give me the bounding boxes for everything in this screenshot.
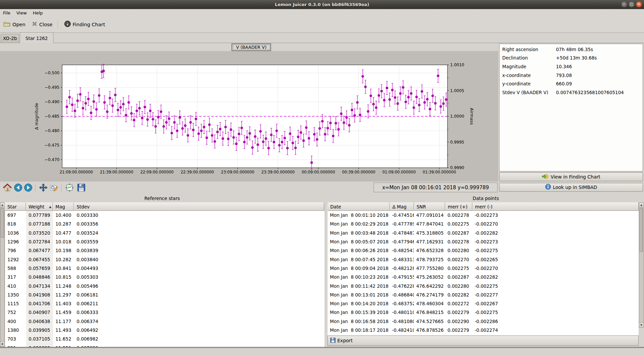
back-icon[interactable] — [13, 183, 23, 192]
table-row[interactable]: 4100.04713411.2480.005496 — [5, 281, 325, 290]
plot-canvas[interactable]: −0.500−0.495−0.490−0.485−0.480−0.475−0.4… — [0, 51, 498, 182]
table-cell: 10.815 — [53, 274, 74, 280]
table-cell: 752 — [5, 310, 26, 315]
menu-file[interactable]: File — [0, 10, 13, 16]
close-icon[interactable]: ✕ — [636, 1, 642, 7]
export-button[interactable]: Export — [328, 336, 639, 346]
table-cell: -0.002282 — [472, 230, 639, 236]
table-cell: 0.047134 — [26, 281, 53, 290]
table-row[interactable]: Mon Jan 8 00:03:48 2018-0.478487475.3188… — [328, 229, 639, 237]
zoom-rect-icon[interactable] — [49, 183, 59, 192]
scroll-up-icon[interactable]: ▲ — [639, 203, 643, 208]
filter-toggle-button[interactable]: V (BAADER V) — [232, 44, 271, 51]
scroll-up-icon[interactable]: ▲ — [0, 203, 4, 208]
ref-header-1[interactable]: Weight▲ — [26, 202, 53, 211]
close-file-button[interactable]: Close — [29, 19, 55, 30]
info-row: y-coordinate660.09 — [500, 79, 643, 88]
ref-header-0[interactable]: Star — [5, 202, 26, 211]
table-row[interactable]: 4000.04063811.1770.006374 — [5, 317, 325, 326]
table-cell: 0.002278 — [445, 239, 472, 244]
table-cell: 10.287 — [53, 221, 74, 227]
table-cell: Mon Jan 8 00:03:48 2018 — [328, 230, 390, 236]
app-window: { "window": {"title": "Lemon Juicer 0.3.… — [0, 0, 644, 355]
data-point — [195, 118, 197, 120]
forward-icon[interactable] — [24, 183, 33, 192]
pan-icon[interactable] — [39, 183, 48, 192]
scroll-down-icon[interactable]: ▼ — [0, 342, 4, 347]
dp-header-2[interactable]: SNR — [414, 202, 445, 211]
home-icon[interactable] — [3, 183, 12, 192]
subplots-icon[interactable] — [65, 183, 74, 192]
menu-help[interactable]: Help — [30, 10, 46, 16]
table-row[interactable]: 13500.04190811.2970.006181 — [5, 290, 325, 299]
titlebar[interactable]: Lemon Juicer 0.3.0 (on bb86f63569ea) ─ □… — [0, 0, 644, 9]
window-title: Lemon Juicer 0.3.0 (on bb86f63569ea) — [275, 2, 369, 7]
table-row[interactable]: Mon Jan 8 00:05:07 2018-0.477946477.1629… — [328, 237, 639, 246]
table-cell: 11.248 — [53, 283, 74, 289]
finding-chart-button[interactable]: Finding Chart — [61, 19, 108, 30]
reference-stars-scrollbar[interactable]: ▲ ▼ — [0, 202, 5, 347]
table-row[interactable]: 8180.07718810.2870.003356 — [5, 220, 325, 228]
table-row[interactable]: Mon Jan 8 00:18:17 2018-0.482410476.8785… — [328, 326, 639, 334]
table-cell: 0.002282 — [445, 292, 472, 298]
data-point — [227, 138, 229, 140]
data-point — [262, 141, 264, 143]
table-row[interactable]: Mon Jan 8 00:13:01 2018-0.486840476.2741… — [328, 290, 639, 299]
table-row[interactable]: 11150.04170611.4030.006211 — [5, 299, 325, 308]
ref-header-2[interactable]: Mag — [53, 202, 74, 211]
table-cell: 0.057659 — [26, 264, 53, 273]
table-row[interactable]: 7030.03710511.6520.006982 — [5, 334, 325, 343]
table-cell: 697 — [5, 212, 26, 218]
data-point — [93, 101, 95, 103]
data-point — [79, 93, 82, 95]
save-icon[interactable] — [77, 183, 86, 192]
open-button[interactable]: Open — [1, 19, 28, 30]
tab-xo2b[interactable]: XO-2b — [1, 34, 19, 43]
y-tick-label: −0.475 — [45, 143, 59, 148]
table-row[interactable]: Mon Jan 8 00:09:04 2018-0.482128477.7552… — [328, 264, 639, 273]
table-row[interactable]: Mon Jan 8 00:02:29 2018-0.477789477.8470… — [328, 220, 639, 228]
data-point — [270, 134, 272, 136]
table-row[interactable]: Mon Jan 8 00:10:23 2018-0.479155475.2630… — [328, 273, 639, 281]
table-row[interactable]: Mon Jan 8 00:11:42 2018-0.476228476.6422… — [328, 281, 639, 290]
table-row[interactable]: Mon Jan 8 00:06:26 2018-0.482543476.6523… — [328, 246, 639, 255]
table-row[interactable]: 7520.04090711.4590.006333 — [5, 308, 325, 317]
table-row[interactable]: 5880.05765910.8410.004493 — [5, 264, 325, 273]
menu-view[interactable]: View — [13, 10, 30, 16]
table-cell: 10.400 — [53, 212, 74, 218]
maximize-icon[interactable]: □ — [629, 1, 635, 7]
table-row[interactable]: Mon Jan 8 00:07:45 2018-0.483313478.7937… — [328, 255, 639, 264]
scrollbar-thumb[interactable] — [1, 208, 4, 238]
scrollbar-thumb[interactable] — [640, 208, 643, 252]
table-row[interactable]: 10360.07352010.4770.003524 — [5, 229, 325, 237]
finding-chart-label: Finding Chart — [73, 22, 105, 27]
y2-tick-label: 0.9995 — [450, 140, 464, 145]
dp-header-1[interactable]: Δ Mag — [390, 202, 414, 211]
table-cell: 0.003524 — [74, 230, 325, 236]
table-row[interactable]: 7960.06747710.1980.003839 — [5, 246, 325, 255]
data-points-scrollbar[interactable]: ▲ ▼ — [639, 202, 644, 328]
dp-header-3[interactable]: merr (+) — [445, 202, 472, 211]
table-row[interactable]: 12920.06745510.2820.003840 — [5, 255, 325, 264]
table-cell: 11.459 — [53, 310, 74, 315]
dp-header-4[interactable]: merr (-) — [472, 202, 639, 211]
tab-star-1262[interactable]: Star 1262 — [20, 32, 53, 43]
table-row[interactable]: Mon Jan 8 00:16:58 2018-0.481080474.5276… — [328, 317, 639, 326]
table-row[interactable]: 9910.03689911.5510.007020 — [5, 343, 325, 347]
ref-header-3[interactable]: Stdev — [74, 202, 324, 211]
data-point — [372, 103, 375, 105]
table-row[interactable]: Mon Jan 8 00:14:20 2018-0.483752478.4603… — [328, 299, 639, 308]
table-row[interactable]: 12960.07278410.0180.003559 — [5, 237, 325, 246]
table-row[interactable]: Mon Jan 8 00:15:39 2018-0.480110476.8482… — [328, 308, 639, 317]
lookup-simbad-button[interactable]: Look up in SIMBAD — [499, 183, 643, 192]
table-cell: 476.652328 — [414, 248, 445, 253]
dp-header-0[interactable]: Date — [328, 202, 390, 211]
table-row[interactable]: 3170.04884610.8150.005303 — [5, 273, 325, 281]
table-row[interactable]: 13800.03990511.4930.006492 — [5, 326, 325, 334]
minimize-icon[interactable]: ─ — [621, 1, 627, 7]
table-row[interactable]: Mon Jan 8 00:01:10 2018-0.474516477.0910… — [328, 211, 639, 220]
view-finding-chart-button[interactable]: View in Finding Chart — [499, 172, 643, 181]
table-cell: 475.263052 — [414, 274, 445, 280]
table-row[interactable]: 6970.07778910.4000.003330 — [5, 211, 325, 220]
scroll-down-icon[interactable]: ▼ — [639, 322, 643, 327]
